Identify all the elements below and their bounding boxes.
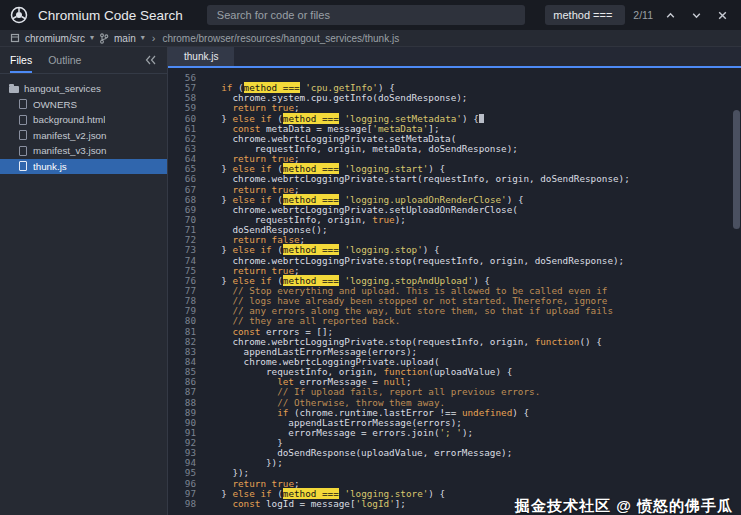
code-token: const — [232, 498, 260, 509]
file-name: OWNERS — [33, 99, 77, 110]
code-token: (uploadValue) { — [428, 366, 512, 377]
breadcrumb: chromium/src ▾ main ▾ › chrome/browser/r… — [0, 30, 741, 47]
code-token: logId = message[ — [260, 498, 355, 509]
editor-scrollbar[interactable] — [733, 70, 740, 513]
file-path: chrome/browser/resources/hangout_service… — [162, 33, 399, 44]
code-line[interactable]: 94 }); — [168, 458, 741, 468]
find-input[interactable] — [545, 5, 625, 25]
file-row[interactable]: OWNERS — [0, 97, 167, 113]
file-row[interactable]: manifest_v3.json — [0, 143, 167, 159]
breadcrumb-separator: › — [152, 32, 156, 44]
text-cursor — [479, 114, 484, 123]
file-list: hangout_servicesOWNERSbackground.htmlman… — [0, 81, 167, 174]
file-row[interactable]: thunk.js — [0, 159, 167, 175]
file-row[interactable]: manifest_v2.json — [0, 128, 167, 144]
chromium-logo-icon — [10, 6, 28, 24]
branch-selector[interactable]: main — [114, 33, 136, 44]
find-count: 2/11 — [633, 9, 653, 21]
line-number: 98 — [168, 499, 196, 509]
file-name: manifest_v3.json — [33, 145, 107, 156]
code-token: () { — [579, 336, 601, 347]
file-row[interactable]: background.html — [0, 112, 167, 128]
line-number: 73 — [168, 245, 196, 255]
code-token: ) { — [512, 407, 529, 418]
code-token: undefined — [462, 407, 512, 418]
sidebar-tabs: Files Outline — [0, 47, 167, 74]
line-number: 87 — [168, 387, 196, 397]
folder-icon — [9, 86, 19, 93]
find-next-button[interactable] — [687, 6, 705, 24]
editor: thunk.js 5657 if (method === 'cpu.getInf… — [168, 47, 741, 515]
file-name: background.html — [33, 114, 105, 125]
file-name: manifest_v2.json — [33, 130, 107, 141]
code-area[interactable]: 5657 if (method === 'cpu.getInfo') {58 c… — [168, 68, 741, 515]
editor-tabbar: thunk.js — [168, 47, 741, 68]
code-token: ; — [294, 102, 300, 113]
code-token: 'logId' — [356, 498, 395, 509]
code-lines: 5657 if (method === 'cpu.getInfo') {58 c… — [168, 73, 741, 509]
find-prev-button[interactable] — [661, 6, 679, 24]
code-token: '; ' — [440, 427, 462, 438]
code-token: ) { — [428, 488, 445, 499]
code-token: true — [372, 214, 394, 225]
file-name: hangout_services — [24, 83, 101, 94]
code-token: ) { — [462, 113, 479, 124]
find-bar: 2/11 — [545, 5, 731, 25]
code-token: ); — [395, 214, 406, 225]
tab-outline[interactable]: Outline — [48, 47, 81, 73]
search-input[interactable] — [207, 5, 526, 25]
app-title: Chromium Code Search — [38, 8, 183, 23]
editor-tab-thunkjs[interactable]: thunk.js — [168, 47, 234, 66]
code-token: ]; — [395, 498, 406, 509]
watermark: 掘金技术社区 @ 愤怒的佛手瓜 — [515, 501, 733, 511]
sidebar: Files Outline hangout_servicesOWNERSback… — [0, 47, 168, 515]
topbar: Chromium Code Search 2/11 — [0, 0, 741, 30]
file-icon — [19, 99, 27, 109]
collapse-sidebar-icon[interactable] — [145, 55, 157, 65]
file-icon — [19, 161, 27, 171]
find-close-button[interactable] — [713, 6, 731, 24]
file-icon — [19, 130, 27, 140]
code-token — [210, 498, 232, 509]
code-token: ; — [294, 478, 300, 489]
repo-icon — [10, 33, 20, 43]
scrollbar-thumb[interactable] — [733, 110, 740, 230]
caret-down-icon: ▾ — [141, 34, 145, 42]
content: Files Outline hangout_servicesOWNERSback… — [0, 47, 741, 515]
app-window: Chromium Code Search 2/11 chromium/src ▾ — [0, 0, 741, 515]
caret-down-icon: ▾ — [90, 34, 94, 42]
file-icon — [19, 146, 27, 156]
code-token: ); — [462, 427, 473, 438]
repo-selector[interactable]: chromium/src — [25, 33, 85, 44]
file-name: thunk.js — [33, 161, 67, 172]
code-token: ; — [294, 184, 300, 195]
branch-icon — [99, 33, 109, 44]
line-number: 80 — [168, 316, 196, 326]
code-token: function — [535, 336, 580, 347]
tab-files[interactable]: Files — [10, 47, 32, 73]
code-line-text: const logId = message['logId']; — [210, 499, 406, 509]
file-icon — [19, 115, 27, 125]
file-row[interactable]: hangout_services — [0, 81, 167, 97]
